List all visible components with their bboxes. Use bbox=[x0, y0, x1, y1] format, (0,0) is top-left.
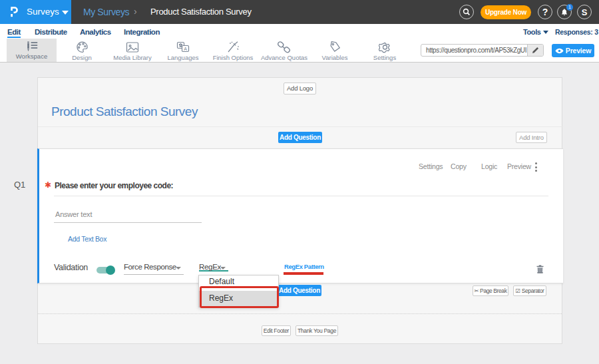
svg-text:A: A bbox=[184, 47, 187, 51]
